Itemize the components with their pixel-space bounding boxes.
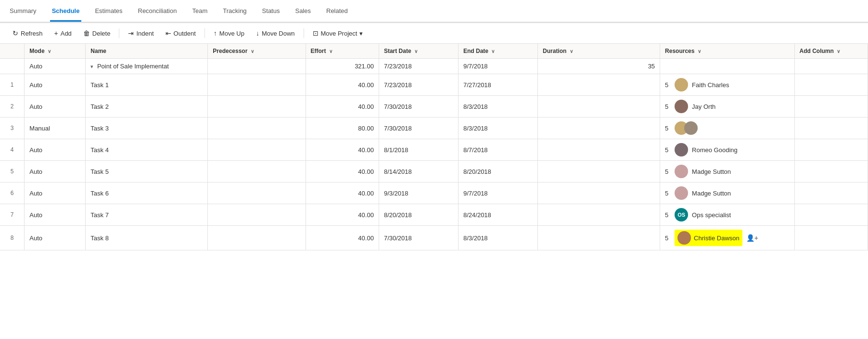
row-mode: Auto [25, 183, 86, 204]
row-add-col [794, 161, 868, 183]
row-name[interactable]: Task 8 [86, 226, 208, 250]
top-nav: Summary Schedule Estimates Reconciliatio… [0, 0, 868, 23]
summary-start-date: 7/23/2018 [379, 59, 458, 74]
summary-end-date: 9/7/2018 [459, 59, 538, 74]
row-name[interactable]: Task 1 [86, 74, 208, 96]
row-num: 6 [0, 183, 25, 204]
header-add-column[interactable]: Add Column ∨ [794, 44, 868, 59]
table-row: 5 Auto Task 5 40.00 8/14/2018 8/20/2018 … [0, 161, 868, 183]
row-num: 8 [0, 226, 25, 250]
row-add-col [794, 183, 868, 204]
outdent-button[interactable]: ⇤ Outdent [161, 27, 201, 39]
header-name[interactable]: Name [86, 44, 208, 59]
summary-mode: Auto [25, 59, 86, 74]
summary-name[interactable]: ▾ Point of Sale Implementat [86, 59, 208, 74]
table-row: 2 Auto Task 2 40.00 7/30/2018 8/3/2018 5… [0, 96, 868, 117]
row-start-date: 8/20/2018 [379, 204, 458, 226]
row-name[interactable]: Task 6 [86, 183, 208, 204]
row-name[interactable]: Task 2 [86, 96, 208, 117]
predecessor-sort-icon: ∨ [251, 49, 254, 54]
toolbar: ↻ Refresh + Add 🗑 Delete ⇥ Indent ⇤ Outd… [0, 23, 868, 44]
delete-button[interactable]: 🗑 Delete [78, 27, 115, 39]
row-start-date: 8/14/2018 [379, 161, 458, 183]
effort-sort-icon: ∨ [329, 49, 332, 54]
header-predecessor[interactable]: Predecessor ∨ [208, 44, 306, 59]
assign-user-icon[interactable]: 👤+ [746, 234, 758, 242]
resources-sort-icon: ∨ [698, 49, 701, 54]
resource-count: 5 [665, 125, 671, 132]
row-end-date: 8/3/2018 [459, 96, 538, 117]
row-add-col [794, 226, 868, 250]
nav-schedule[interactable]: Schedule [50, 1, 82, 22]
row-end-date: 9/7/2018 [459, 183, 538, 204]
row-start-date: 8/1/2018 [379, 139, 458, 161]
header-effort[interactable]: Effort ∨ [306, 44, 379, 59]
summary-duration: 35 [538, 59, 660, 74]
row-mode: Auto [25, 96, 86, 117]
header-duration[interactable]: Duration ∨ [538, 44, 660, 59]
nav-summary[interactable]: Summary [8, 1, 38, 22]
table-row: 7 Auto Task 7 40.00 8/20/2018 8/24/2018 … [0, 204, 868, 226]
summary-effort: 321.00 [306, 59, 379, 74]
move-down-button[interactable]: ↓ Move Down [251, 27, 300, 39]
avatar [675, 78, 688, 91]
nav-estimates[interactable]: Estimates [93, 1, 124, 22]
move-project-button[interactable]: ⊡ Move Project ▾ [308, 27, 368, 39]
summary-add-col [794, 59, 868, 74]
nav-status[interactable]: Status [260, 1, 282, 22]
row-mode: Auto [25, 204, 86, 226]
header-end-date[interactable]: End Date ∨ [459, 44, 538, 59]
row-mode: Auto [25, 139, 86, 161]
add-button[interactable]: + Add [50, 27, 77, 39]
move-up-button[interactable]: ↑ Move Up [209, 27, 249, 39]
refresh-button[interactable]: ↻ Refresh [8, 27, 48, 39]
resource-cell: 5 Madge Sutton [665, 186, 789, 200]
summary-resources [660, 59, 794, 74]
move-project-chevron-icon: ▾ [359, 30, 363, 37]
end-sort-icon: ∨ [491, 49, 495, 54]
row-resources: 5 Jay Orth [660, 96, 794, 117]
row-resources: 5 Madge Sutton [660, 183, 794, 204]
row-name[interactable]: Task 7 [86, 204, 208, 226]
avatar [675, 143, 688, 156]
row-end-date: 8/3/2018 [459, 226, 538, 250]
row-predecessor [208, 139, 306, 161]
row-predecessor [208, 74, 306, 96]
row-add-col [794, 204, 868, 226]
nav-team[interactable]: Team [190, 1, 209, 22]
avatar: OS [675, 208, 688, 222]
expand-icon[interactable]: ▾ [90, 64, 93, 69]
resource-name: Madge Sutton [692, 190, 731, 197]
refresh-icon: ↻ [13, 29, 18, 37]
row-start-date: 7/23/2018 [379, 74, 458, 96]
row-effort: 40.00 [306, 204, 379, 226]
row-mode: Auto [25, 74, 86, 96]
schedule-table: Mode ∨ Name Predecessor ∨ Effort ∨ Start… [0, 44, 868, 250]
header-mode[interactable]: Mode ∨ [25, 44, 86, 59]
summary-row: Auto ▾ Point of Sale Implementat 321.00 … [0, 59, 868, 74]
separator-1 [119, 28, 119, 38]
resource-count: 5 [665, 211, 671, 219]
resource-count: 5 [665, 146, 671, 154]
row-predecessor [208, 161, 306, 183]
row-predecessor [208, 183, 306, 204]
nav-sales[interactable]: Sales [293, 1, 313, 22]
row-effort: 80.00 [306, 117, 379, 139]
row-num: 5 [0, 161, 25, 183]
header-resources[interactable]: Resources ∨ [660, 44, 794, 59]
header-row-num [0, 44, 25, 59]
row-effort: 40.00 [306, 96, 379, 117]
table-row: 4 Auto Task 4 40.00 8/1/2018 8/7/2018 5 … [0, 139, 868, 161]
row-name[interactable]: Task 3 [86, 117, 208, 139]
resource-name: Christie Dawson [694, 235, 740, 242]
nav-reconciliation[interactable]: Reconciliation [136, 1, 179, 22]
row-duration [538, 226, 660, 250]
row-predecessor [208, 96, 306, 117]
nav-tracking[interactable]: Tracking [221, 1, 248, 22]
row-name[interactable]: Task 4 [86, 139, 208, 161]
indent-button[interactable]: ⇥ Indent [123, 27, 158, 39]
header-start-date[interactable]: Start Date ∨ [379, 44, 458, 59]
table-row: 1 Auto Task 1 40.00 7/23/2018 7/27/2018 … [0, 74, 868, 96]
nav-related[interactable]: Related [324, 1, 350, 22]
row-name[interactable]: Task 5 [86, 161, 208, 183]
